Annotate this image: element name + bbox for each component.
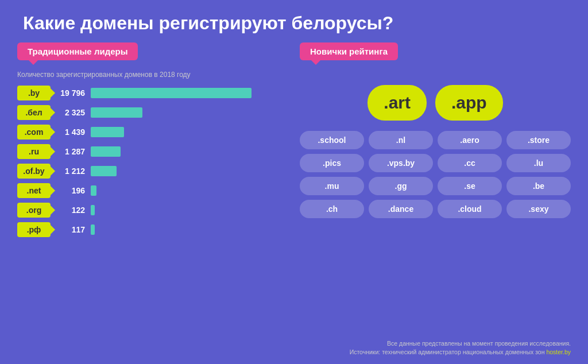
bar-container: [91, 224, 288, 235]
domain-pill: .lu: [506, 154, 571, 172]
bar-row: .by19 796: [17, 86, 288, 100]
bar-value: 117: [56, 225, 85, 234]
domain-pill: .vps.by: [369, 154, 433, 172]
bar-row: .org122: [17, 203, 288, 218]
footer-link[interactable]: hoster.by: [546, 348, 571, 355]
bar-value: 2 325: [56, 108, 85, 117]
top-domains: .art.app: [300, 85, 571, 121]
bar-fill: [91, 166, 117, 176]
bar-fill: [91, 146, 121, 157]
bar-fill: [91, 107, 142, 118]
bar-container: [91, 88, 288, 98]
domain-pill: .nl: [369, 131, 433, 149]
domain-pill: .ch: [300, 200, 364, 218]
bar-fill: [91, 127, 124, 137]
bar-fill: [91, 88, 252, 98]
domain-pill: .pics: [300, 154, 364, 172]
domain-pill: .be: [506, 177, 571, 195]
left-subtitle: Количество зарегистрированных доменов в …: [17, 71, 288, 79]
bar-container: [91, 205, 288, 215]
bar-value: 1 212: [56, 166, 85, 176]
right-section-label: Новички рейтинга: [300, 42, 398, 60]
bar-container: [91, 185, 288, 196]
domain-pill: .school: [300, 131, 364, 149]
domain-pill: .aero: [438, 131, 502, 149]
domain-pill: .cloud: [438, 200, 502, 218]
domain-pill: .gg: [369, 177, 433, 195]
domain-tag: .рф: [17, 222, 51, 237]
domain-pill: .store: [506, 131, 571, 149]
left-section-label: Традиционные лидеры: [17, 42, 138, 60]
domain-pill: .se: [438, 177, 502, 195]
bar-row: .бел2 325: [17, 105, 288, 120]
bar-value: 122: [56, 206, 85, 215]
footer-line2-prefix: Источники: технический администратор нац…: [350, 348, 547, 355]
domain-tag: .бел: [17, 105, 51, 120]
domain-pill: .sexy: [506, 200, 571, 218]
domain-tag: .com: [17, 125, 51, 140]
bar-fill: [91, 205, 95, 215]
domain-tag: .by: [17, 86, 51, 100]
domain-tag: .org: [17, 203, 51, 218]
footer-line1: Все данные представлены на момент провед…: [387, 340, 571, 347]
bar-value: 1 439: [56, 127, 85, 137]
domain-tag: .ru: [17, 144, 51, 159]
left-section: Традиционные лидеры Количество зарегистр…: [17, 42, 288, 242]
bar-row: .net196: [17, 183, 288, 198]
domain-grid: .school.nl.aero.store.pics.vps.by.cc.lu.…: [300, 131, 571, 218]
bar-value: 1 287: [56, 147, 85, 156]
bar-fill: [91, 224, 95, 235]
page-title: Какие домены регистрируют белорусы?: [0, 0, 588, 40]
footer-note: Все данные представлены на момент провед…: [350, 339, 571, 358]
bars-container: .by19 796.бел2 325.com1 439.ru1 287.of.b…: [17, 86, 288, 237]
bar-row: .ru1 287: [17, 144, 288, 159]
right-section: Новички рейтинга .art.app .school.nl.aer…: [300, 42, 571, 242]
bar-row: .of.by1 212: [17, 164, 288, 179]
domain-pill: .mu: [300, 177, 364, 195]
bar-value: 19 796: [56, 88, 85, 98]
bar-value: 196: [56, 186, 85, 195]
top-domain-badge: .app: [435, 85, 503, 121]
top-domain-badge: .art: [368, 85, 427, 121]
bar-row: .рф117: [17, 222, 288, 237]
domain-pill: .cc: [438, 154, 502, 172]
bar-row: .com1 439: [17, 125, 288, 140]
domain-pill: .dance: [369, 200, 433, 218]
bar-container: [91, 166, 288, 176]
bar-fill: [91, 185, 96, 196]
bar-container: [91, 127, 288, 137]
bar-container: [91, 107, 288, 118]
domain-tag: .of.by: [17, 164, 51, 179]
bar-container: [91, 146, 288, 157]
domain-tag: .net: [17, 183, 51, 198]
